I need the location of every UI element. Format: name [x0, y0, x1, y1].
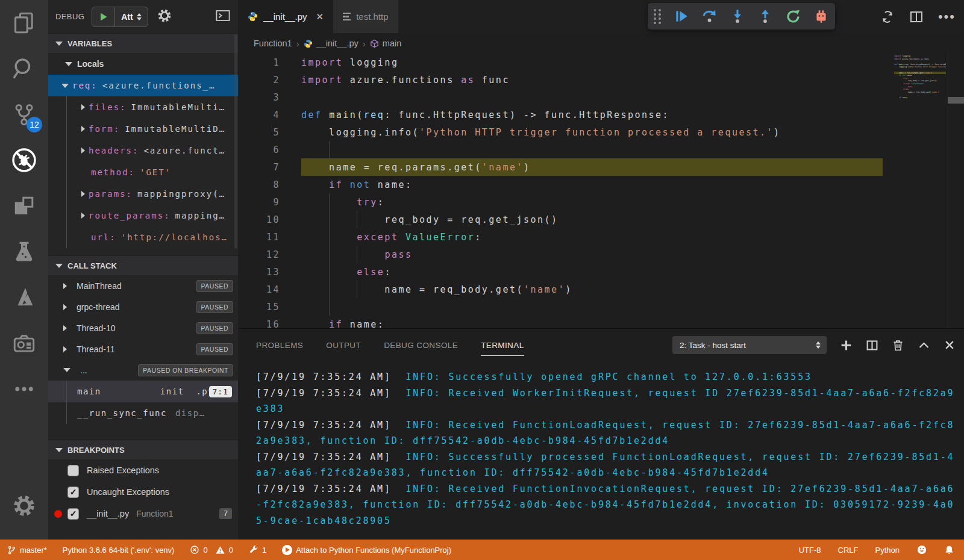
line-number[interactable]: 16: [238, 319, 280, 329]
line-number[interactable]: 4: [238, 110, 280, 120]
stack-frame-row[interactable]: __run_sync_funcdisp…: [48, 402, 238, 424]
breakpoints-section-header[interactable]: BREAKPOINTS: [48, 440, 238, 459]
explorer-icon[interactable]: [0, 0, 48, 46]
variable-row[interactable]: params:mappingproxy(…: [48, 183, 238, 205]
sidebar-scrollbar[interactable]: [234, 34, 237, 249]
variable-row[interactable]: route_params:mapping…: [48, 205, 238, 226]
expand-triangle-icon[interactable]: [63, 346, 67, 352]
variable-row[interactable]: url:'http://localhos…: [48, 226, 238, 248]
debug-configuration-dropdown[interactable]: Att: [115, 12, 147, 22]
expand-triangle-icon[interactable]: [63, 325, 67, 331]
terminal-output[interactable]: [7/9/19 7:35:24 AM] INFO: Successfully o…: [238, 361, 964, 540]
close-panel-icon[interactable]: [944, 339, 956, 351]
expand-triangle-icon[interactable]: [81, 213, 85, 219]
step-out-icon[interactable]: [757, 8, 773, 24]
new-terminal-icon[interactable]: [840, 339, 853, 352]
split-editor-icon[interactable]: [909, 10, 924, 24]
panel-tab-output[interactable]: OUTPUT: [326, 329, 361, 361]
breadcrumb-symbol[interactable]: main: [370, 39, 401, 48]
azure-icon[interactable]: [0, 275, 48, 320]
running-tasks-item[interactable]: 1: [249, 545, 266, 555]
expand-triangle-icon[interactable]: [63, 368, 70, 372]
expand-triangle-icon[interactable]: [81, 191, 85, 197]
line-number[interactable]: 15: [238, 302, 280, 313]
panel-tab-problems[interactable]: PROBLEMS: [256, 329, 303, 361]
expand-triangle-icon[interactable]: [81, 104, 85, 110]
stack-frame-row[interactable]: main__init__.py7:1: [48, 381, 238, 402]
breakpoint-row[interactable]: ✓Uncaught Exceptions: [48, 481, 238, 503]
variable-row[interactable]: form:ImmutableMultiD…: [48, 118, 238, 140]
continue-icon[interactable]: [674, 8, 689, 24]
breakpoint-checkbox[interactable]: ✓: [67, 487, 79, 498]
breakpoint-row[interactable]: ✓__init__.pyFunction17: [48, 503, 238, 524]
debug-console-panel-icon[interactable]: [215, 8, 231, 25]
tab-init-py[interactable]: __init__.py ✕: [238, 0, 333, 33]
more-views-icon[interactable]: [0, 366, 48, 412]
scrollbar-thumb[interactable]: [948, 97, 964, 104]
python-interpreter-item[interactable]: Python 3.6.6 64-bit ('.env': venv): [63, 546, 175, 555]
git-branch-item[interactable]: master*: [7, 546, 47, 555]
line-number[interactable]: 7: [238, 162, 280, 173]
variable-row[interactable]: headers:<azure.funct…: [48, 140, 238, 161]
variables-section-header[interactable]: VARIABLES: [48, 33, 238, 53]
synchronize-icon[interactable]: [880, 10, 895, 24]
breakpoint-row[interactable]: Raised Exceptions: [48, 459, 238, 481]
maximize-panel-chevron-icon[interactable]: [918, 339, 930, 352]
line-number[interactable]: 13: [238, 267, 280, 278]
feedback-smiley-icon[interactable]: [916, 544, 927, 555]
variable-row[interactable]: files:ImmutableMulti…: [48, 96, 238, 118]
eol-item[interactable]: CRLF: [838, 546, 859, 555]
call-stack-section-header[interactable]: CALL STACK: [48, 255, 238, 275]
breadcrumb-file[interactable]: __init__.py: [304, 39, 358, 48]
line-number[interactable]: 2: [238, 75, 280, 86]
tab-test-http[interactable]: test.http: [333, 0, 398, 33]
line-number[interactable]: 3: [238, 92, 280, 103]
restart-icon[interactable]: [785, 8, 801, 25]
line-number[interactable]: 5: [238, 127, 280, 138]
kill-terminal-trash-icon[interactable]: [892, 339, 904, 352]
line-number[interactable]: 8: [238, 179, 280, 190]
terminal-selector-dropdown[interactable]: 2: Task - host start: [672, 336, 827, 354]
search-icon[interactable]: [0, 46, 48, 92]
panel-tab-debug-console[interactable]: DEBUG CONSOLE: [384, 329, 458, 361]
step-into-icon[interactable]: [730, 8, 745, 24]
split-terminal-icon[interactable]: [866, 339, 878, 352]
expand-triangle-icon[interactable]: [81, 148, 85, 154]
line-number[interactable]: 9: [238, 197, 280, 208]
minimap[interactable]: import loggingimport azure.functions as …: [894, 55, 946, 99]
panel-tab-terminal[interactable]: TERMINAL: [481, 329, 524, 361]
line-number[interactable]: 6: [238, 145, 280, 155]
variable-row[interactable]: method:'GET': [48, 161, 238, 183]
manage-gear-icon[interactable]: [0, 483, 48, 529]
callstack-thread-row[interactable]: Thread-10PAUSED: [48, 317, 238, 338]
breadcrumb-folder[interactable]: Function1: [254, 39, 292, 48]
line-number[interactable]: 1: [238, 57, 280, 68]
expand-triangle-icon[interactable]: [63, 304, 67, 310]
variable-row[interactable]: req:<azure.functions_…: [48, 75, 238, 96]
toolbar-drag-handle[interactable]: [654, 9, 662, 24]
expand-triangle-icon[interactable]: [81, 126, 85, 132]
disconnect-icon[interactable]: [813, 8, 829, 24]
notifications-bell-icon[interactable]: [944, 545, 954, 555]
line-number[interactable]: 12: [238, 249, 280, 260]
encoding-item[interactable]: UTF-8: [799, 546, 821, 555]
line-number[interactable]: 10: [238, 214, 280, 225]
expand-triangle-icon[interactable]: [61, 84, 69, 88]
callstack-thread-row[interactable]: ...PAUSED ON BREAKPOINT: [48, 359, 238, 381]
more-actions-icon[interactable]: •••: [938, 9, 956, 25]
source-control-icon[interactable]: 12: [0, 92, 48, 137]
problems-item[interactable]: 0 0: [190, 545, 233, 555]
callstack-thread-row[interactable]: MainThreadPAUSED: [48, 275, 238, 296]
line-number[interactable]: 14: [238, 284, 280, 295]
code-editor[interactable]: 1import logging2import azure.functions a…: [238, 54, 964, 328]
start-debug-button[interactable]: [92, 7, 115, 26]
expand-triangle-icon[interactable]: [63, 283, 67, 289]
debug-icon[interactable]: [0, 137, 48, 183]
callstack-thread-row[interactable]: grpc-threadPAUSED: [48, 296, 238, 317]
debug-settings-gear-icon[interactable]: [157, 8, 172, 25]
test-explorer-icon[interactable]: [0, 229, 48, 275]
language-mode-item[interactable]: Python: [875, 546, 900, 555]
scope-locals[interactable]: Locals: [48, 53, 238, 75]
close-tab-icon[interactable]: ✕: [316, 11, 324, 22]
breakpoint-checkbox[interactable]: ✓: [67, 508, 79, 520]
